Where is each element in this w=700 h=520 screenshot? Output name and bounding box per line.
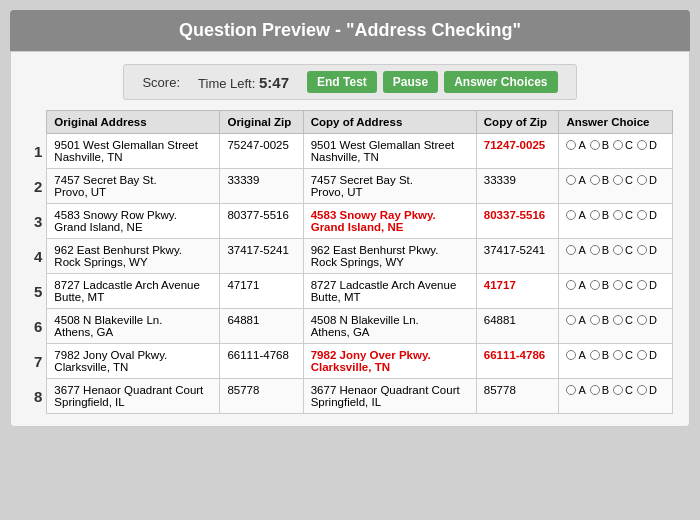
orig-address: 4583 Snowy Row Pkwy.Grand Island, NE [47,204,220,239]
copy-address: 4508 N Blakeville Ln.Athens, GA [303,309,476,344]
copy-address: 9501 West Glemallan StreetNashville, TN [303,134,476,169]
radio-option-A[interactable]: A [566,174,585,186]
answer-choice[interactable]: ABCD [559,134,673,169]
score-label: Score: [142,75,180,90]
row-number: 7 [27,344,47,379]
radio-option-D[interactable]: D [637,174,657,186]
answer-choices-button[interactable]: Answer Choices [444,71,557,93]
radio-option-B[interactable]: B [590,174,609,186]
row-number: 2 [27,169,47,204]
radio-option-D[interactable]: D [637,209,657,221]
orig-address: 7457 Secret Bay St.Provo, UT [47,169,220,204]
radio-option-C[interactable]: C [613,279,633,291]
radio-option-C[interactable]: C [613,349,633,361]
radio-option-A[interactable]: A [566,139,585,151]
outer-container: Question Preview - "Address Checking" Sc… [0,0,700,520]
orig-address: 7982 Jony Oval Pkwy.Clarksville, TN [47,344,220,379]
radio-option-A[interactable]: A [566,244,585,256]
orig-zip: 33339 [220,169,303,204]
copy-address: 3677 Henaor Quadrant CourtSpringfield, I… [303,379,476,414]
radio-option-B[interactable]: B [590,314,609,326]
radio-option-C[interactable]: C [613,139,633,151]
orig-address: 8727 Ladcastle Arch AvenueButte, MT [47,274,220,309]
radio-option-D[interactable]: D [637,139,657,151]
orig-zip: 80377-5516 [220,204,303,239]
orig-address: 962 East Benhurst Pkwy.Rock Springs, WY [47,239,220,274]
orig-address: 9501 West Glemallan StreetNashville, TN [47,134,220,169]
answer-choice[interactable]: ABCD [559,309,673,344]
main-content: Score: Time Left: 5:47 End Test Pause An… [10,51,690,427]
copy-zip: 41717 [476,274,559,309]
answer-choice[interactable]: ABCD [559,274,673,309]
address-table: Original Address Original Zip Copy of Ad… [27,110,673,414]
copy-address: 962 East Benhurst Pkwy.Rock Springs, WY [303,239,476,274]
radio-option-C[interactable]: C [613,244,633,256]
radio-option-C[interactable]: C [613,384,633,396]
radio-option-B[interactable]: B [590,384,609,396]
radio-option-B[interactable]: B [590,279,609,291]
orig-address: 3677 Henaor Quadrant CourtSpringfield, I… [47,379,220,414]
copy-zip: 80337-5516 [476,204,559,239]
answer-choice[interactable]: ABCD [559,379,673,414]
score-bar: Score: Time Left: 5:47 End Test Pause An… [123,64,576,100]
orig-zip: 64881 [220,309,303,344]
copy-zip: 37417-5241 [476,239,559,274]
radio-option-C[interactable]: C [613,209,633,221]
copy-zip: 71247-0025 [476,134,559,169]
copy-zip: 66111-4786 [476,344,559,379]
col-header-orig-addr: Original Address [47,111,220,134]
radio-option-B[interactable]: B [590,349,609,361]
copy-address: 8727 Ladcastle Arch AvenueButte, MT [303,274,476,309]
row-number: 4 [27,239,47,274]
radio-option-A[interactable]: A [566,384,585,396]
orig-address: 4508 N Blakeville Ln.Athens, GA [47,309,220,344]
orig-zip: 85778 [220,379,303,414]
orig-zip: 75247-0025 [220,134,303,169]
copy-address: 4583 Snowy Ray Pkwy.Grand Island, NE [303,204,476,239]
copy-zip: 64881 [476,309,559,344]
radio-option-A[interactable]: A [566,314,585,326]
col-header-orig-zip: Original Zip [220,111,303,134]
orig-zip: 37417-5241 [220,239,303,274]
radio-option-D[interactable]: D [637,314,657,326]
answer-choice[interactable]: ABCD [559,169,673,204]
radio-option-A[interactable]: A [566,209,585,221]
orig-zip: 66111-4768 [220,344,303,379]
col-header-copy-zip: Copy of Zip [476,111,559,134]
copy-zip: 85778 [476,379,559,414]
page-title: Question Preview - "Address Checking" [10,10,690,51]
pause-button[interactable]: Pause [383,71,438,93]
row-number: 8 [27,379,47,414]
time-left-label: Time Left: 5:47 [198,74,289,91]
answer-choice[interactable]: ABCD [559,204,673,239]
score-bar-wrapper: Score: Time Left: 5:47 End Test Pause An… [27,64,673,100]
radio-option-C[interactable]: C [613,174,633,186]
answer-choice[interactable]: ABCD [559,344,673,379]
copy-address: 7457 Secret Bay St.Provo, UT [303,169,476,204]
col-header-copy-addr: Copy of Address [303,111,476,134]
orig-zip: 47171 [220,274,303,309]
answer-choice[interactable]: ABCD [559,239,673,274]
radio-option-D[interactable]: D [637,279,657,291]
radio-option-B[interactable]: B [590,244,609,256]
radio-option-D[interactable]: D [637,384,657,396]
radio-option-C[interactable]: C [613,314,633,326]
copy-zip: 33339 [476,169,559,204]
radio-option-D[interactable]: D [637,349,657,361]
time-value: 5:47 [259,74,289,91]
btn-group: End Test Pause Answer Choices [307,71,558,93]
copy-address: 7982 Jony Over Pkwy.Clarksville, TN [303,344,476,379]
radio-option-A[interactable]: A [566,349,585,361]
row-number: 5 [27,274,47,309]
row-number: 1 [27,134,47,169]
row-number: 6 [27,309,47,344]
row-number: 3 [27,204,47,239]
col-header-answer: Answer Choice [559,111,673,134]
radio-option-D[interactable]: D [637,244,657,256]
end-test-button[interactable]: End Test [307,71,377,93]
radio-option-B[interactable]: B [590,209,609,221]
radio-option-B[interactable]: B [590,139,609,151]
radio-option-A[interactable]: A [566,279,585,291]
